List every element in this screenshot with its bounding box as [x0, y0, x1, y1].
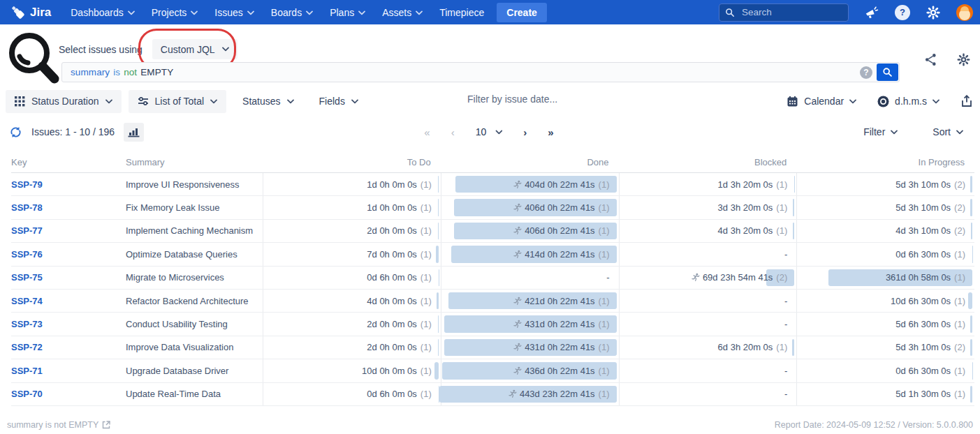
issue-summary: Optimize Database Queries — [126, 243, 263, 265]
chart-view-button[interactable] — [124, 123, 144, 142]
settings-gear-icon[interactable] — [926, 5, 941, 20]
time-format-dropdown[interactable]: d.h.m.s — [877, 96, 939, 107]
issue-key-link[interactable]: SSP-79 — [11, 179, 43, 190]
issues-count-label: Issues: 1 - 10 / 196 — [31, 126, 115, 137]
announcements-megaphone-icon[interactable] — [864, 5, 879, 20]
in-progress-cell: 5d 6h 30m 0s(1) — [796, 313, 974, 335]
export-icon[interactable] — [960, 95, 973, 108]
in-progress-cell: 4d 3h 10m 0s(2) — [796, 220, 974, 242]
report-type-dropdown[interactable]: Status Duration — [6, 90, 122, 113]
duration-value: 3d 3h 20m 0s — [718, 202, 773, 213]
duration-value: 414d 0h 22m 41s — [525, 249, 594, 260]
issue-key-link[interactable]: SSP-72 — [11, 342, 43, 352]
issue-key-link[interactable]: SSP-75 — [11, 272, 43, 283]
report-settings-gear-icon[interactable] — [956, 52, 971, 67]
transition-count: (2) — [954, 342, 965, 352]
search-input[interactable] — [740, 6, 827, 18]
issue-key-link[interactable]: SSP-76 — [11, 249, 43, 260]
filter-dropdown[interactable]: Filter — [863, 126, 898, 137]
duration-value: 1d 0h 0m 0s — [367, 179, 417, 190]
transition-count: (1) — [599, 319, 610, 329]
nav-item-label: Projects — [152, 7, 187, 18]
issue-key-link[interactable]: SSP-77 — [11, 225, 43, 236]
global-search[interactable] — [719, 3, 849, 22]
blocked-cell: 69d 23h 54m 41s(2) — [619, 267, 797, 289]
nav-item-dashboards[interactable]: Dashboards — [64, 3, 142, 22]
issue-key-link[interactable]: SSP-70 — [11, 389, 43, 399]
nav-item-assets[interactable]: Assets — [375, 3, 430, 22]
refresh-icon[interactable] — [9, 126, 22, 139]
table-row: SSP-76Optimize Database Queries7d 0h 0m … — [11, 243, 974, 266]
calendar-dropdown[interactable]: Calendar — [787, 96, 856, 107]
in-progress-cell: 5d 3h 10m 0s(2) — [796, 196, 974, 218]
todo-cell: 1d 0h 0m 0s(1) — [263, 196, 441, 218]
pagination-next-button[interactable]: › — [523, 126, 527, 138]
fields-dropdown[interactable]: Fields — [310, 90, 367, 113]
transition-count: (1) — [776, 179, 787, 190]
duration-value: 361d 0h 58m 0s — [886, 272, 951, 283]
todo-cell: 4d 0h 0m 0s(1) — [263, 290, 441, 312]
duration-value: 0d 6h 30m 0s — [895, 249, 951, 260]
issue-key-link[interactable]: SSP-73 — [11, 319, 43, 329]
transition-count: (1) — [954, 319, 965, 329]
sort-dropdown[interactable]: Sort — [933, 126, 963, 137]
duration-value: 5d 3h 10m 0s — [895, 342, 951, 352]
duration-value: - — [784, 249, 787, 260]
jql-help-icon[interactable]: ? — [860, 66, 872, 79]
transition-count: (1) — [599, 249, 610, 260]
nav-item-issues[interactable]: Issues — [207, 3, 261, 22]
jql-input-row: summaryisnotEMPTY ? — [61, 62, 900, 82]
user-avatar[interactable] — [956, 4, 973, 21]
issue-summary: Improve UI Responsiveness — [126, 173, 263, 195]
duration-value: 5d 3h 10m 0s — [895, 202, 951, 213]
transition-count: (1) — [420, 249, 432, 260]
transition-count: (1) — [954, 366, 965, 376]
pagination-first-button[interactable]: « — [424, 126, 430, 138]
duration-value: 443d 23h 22m 41s — [520, 389, 595, 399]
pagination-last-button[interactable]: » — [548, 126, 553, 138]
statuses-dropdown[interactable]: Statuses — [233, 90, 302, 113]
runner-icon — [513, 320, 522, 329]
issue-source-dropdown[interactable]: Custom JQL — [152, 39, 237, 59]
transition-count: (1) — [954, 389, 965, 399]
statuses-label: Statuses — [242, 96, 280, 107]
jql-input[interactable]: summaryisnotEMPTY — [62, 67, 860, 77]
help-icon[interactable]: ? — [895, 5, 910, 20]
duration-value: - — [784, 389, 787, 399]
nav-item-timepiece[interactable]: Timepiece — [432, 3, 491, 22]
blocked-cell: 1d 3h 20m 0s(1) — [619, 173, 797, 195]
nav-item-plans[interactable]: Plans — [323, 3, 372, 22]
chart-type-dropdown[interactable]: List of Total — [129, 90, 227, 113]
nav-item-boards[interactable]: Boards — [264, 3, 320, 22]
in-progress-cell: 0d 6h 30m 0s(1) — [796, 359, 974, 382]
blocked-cell: 6d 3h 20m 0s(1) — [619, 336, 797, 359]
duration-value: 431d 0h 22m 41s — [525, 319, 594, 329]
transition-count: (1) — [776, 342, 787, 352]
results-bar: Issues: 1 - 10 / 196 « ‹ 10 › » Filter S… — [0, 115, 980, 149]
jql-search-button[interactable] — [877, 63, 898, 81]
issue-date-filter-input[interactable] — [466, 93, 608, 105]
transition-count: (1) — [420, 342, 432, 352]
done-cell: 404d 0h 22m 41s(1) — [441, 173, 619, 195]
issue-key-link[interactable]: SSP-71 — [11, 366, 43, 376]
duration-value: 5d 3h 10m 0s — [895, 179, 951, 190]
duration-value: 0d 6h 30m 0s — [895, 366, 951, 376]
issue-summary: Upgrade Database Driver — [126, 359, 263, 382]
duration-value: 4d 3h 20m 0s — [718, 225, 773, 236]
issue-key-link[interactable]: SSP-74 — [11, 296, 43, 306]
status-duration-table: KeySummaryTo DoDoneBlockedIn Progress SS… — [0, 149, 980, 406]
issue-key-link[interactable]: SSP-78 — [11, 202, 43, 213]
nav-item-projects[interactable]: Projects — [145, 3, 205, 22]
query-section: Select issues using Custom JQL summaryis… — [0, 24, 980, 87]
report-type-value: Status Duration — [31, 96, 99, 107]
page-size-dropdown[interactable]: 10 — [476, 126, 503, 137]
share-icon[interactable] — [923, 52, 938, 67]
todo-cell: 2d 0h 0m 0s(1) — [263, 336, 441, 359]
footer-jql-link[interactable]: summary is not EMPTY — [7, 420, 110, 430]
create-button[interactable]: Create — [497, 3, 547, 22]
jira-brand[interactable]: Jira — [11, 6, 51, 20]
duration-value: 4d 0h 0m 0s — [367, 296, 417, 306]
filter-label: Filter — [863, 126, 885, 137]
nav-item-label: Boards — [271, 7, 302, 18]
pagination-prev-button[interactable]: ‹ — [451, 126, 455, 138]
